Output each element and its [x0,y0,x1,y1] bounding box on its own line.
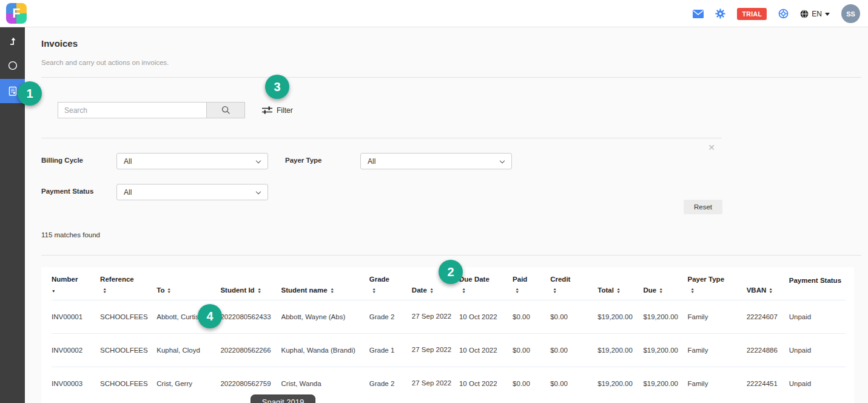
filter-toggle-label: Filter [277,106,293,115]
sort-icon: ▲▼ [258,288,261,293]
col-header-due[interactable]: Due▲▼ [643,267,687,300]
table-cell: 10 Oct 2022 [459,367,513,400]
search-button[interactable] [206,102,245,118]
select-value: All [124,157,132,166]
callout-badge-1: 1 [18,81,42,106]
table-cell: 27 Sep 2022 [412,300,459,333]
divider [41,77,861,78]
language-selector[interactable]: EN [800,10,830,18]
table-cell: 27 Sep 2022 [412,333,459,367]
col-header-label: Date [412,286,427,294]
table-cell: 10 Oct 2022 [459,300,513,333]
col-header-due-date[interactable]: Due Date▲▼ [459,267,513,300]
col-header-student-name[interactable]: Student name▲▼ [281,267,369,300]
table-cell: Unpaid [789,367,846,400]
mail-icon[interactable] [693,10,704,18]
table-cell: 22224451 [747,367,789,400]
trial-badge: TRIAL [737,8,767,20]
table-row[interactable]: INV00003SCHOOLFEESCrist, Gerry2022080562… [52,367,846,400]
sort-icon: ▲▼ [553,288,556,293]
table-cell: $19,200.00 [597,367,643,400]
table-cell: Family [688,300,747,333]
col-header-paid[interactable]: Paid▲▼ [513,267,550,300]
table-cell: $19,200.00 [643,333,687,367]
table-cell: $0.00 [513,300,550,333]
table-cell: $0.00 [513,367,550,400]
invoice-document-icon [8,86,18,97]
table-cell: Crist, Gerry [156,367,220,400]
sort-icon: ▲▼ [769,288,772,293]
col-header-total[interactable]: Total▲▼ [597,267,643,300]
filter-select-payment-status[interactable]: All [116,184,268,200]
sort-icon: ▲▼ [331,288,334,293]
table-cell: Unpaid [789,300,846,333]
chevron-down-icon [500,158,505,163]
col-header-label: Payer Type [688,274,743,285]
filter-field-label: Payment Status [41,188,93,195]
col-header-label: Paid [513,274,547,285]
table-cell: 10 Oct 2022 [459,333,513,367]
sort-icon: ▲▼ [617,288,620,293]
search-input[interactable] [58,102,206,118]
invoices-table-card: Number▼Reference▲▼To▲▼Student Id▲▼Studen… [41,267,854,403]
table-cell: $0.00 [550,367,597,400]
col-header-label: Total [597,286,614,294]
table-cell: $19,200.00 [643,300,687,333]
divider [41,138,722,138]
table-cell: INV00001 [52,300,100,333]
filter-toggle[interactable]: Filter [262,102,293,118]
col-header-payer-type[interactable]: Payer Type▲▼ [688,267,747,300]
callout-badge-4: 4 [198,304,222,328]
table-row[interactable]: INV00002SCHOOLFEESKuphal, Cloyd202208056… [52,333,846,367]
close-icon[interactable]: ✕ [706,142,717,153]
reset-button[interactable]: Reset [684,200,722,214]
select-value: All [124,188,132,197]
callout-badge-2: 2 [439,260,463,284]
table-cell: 22224886 [747,333,789,367]
sort-icon: ▲▼ [372,288,375,293]
col-header-to[interactable]: To▲▼ [156,267,220,300]
sort-icon: ▲▼ [167,288,170,293]
help-lifering-icon[interactable] [778,8,789,19]
circle-icon [8,61,18,70]
col-header-number[interactable]: Number▼ [52,267,100,300]
search-icon [221,106,230,115]
col-header-student-id[interactable]: Student Id▲▼ [220,267,281,300]
table-cell: $0.00 [550,300,597,333]
select-value: All [368,157,375,166]
col-header-label: Reference [100,274,153,285]
table-cell: Grade 2 [369,367,412,400]
col-header-reference[interactable]: Reference▲▼ [100,267,156,300]
sidebar-item-dashboard[interactable] [0,53,25,78]
col-header-grade[interactable]: Grade▲▼ [369,267,412,300]
chevron-down-icon [825,13,830,16]
chevron-down-icon [256,189,261,194]
sort-icon: ▲▼ [516,288,519,293]
gear-icon[interactable] [715,8,725,19]
filter-sliders-icon [262,106,272,114]
sort-desc-icon: ▼ [52,289,55,294]
filter-select-billing-cycle[interactable]: All [116,153,268,169]
table-cell: SCHOOLFEES [100,367,156,400]
table-cell: INV00003 [52,367,100,400]
table-cell: Abbott, Wayne (Abs) [281,300,369,333]
filter-field-label: Payer Type [285,157,322,164]
logo-letter: F [6,3,27,24]
callout-badge-3: 3 [265,75,289,99]
col-header-credit[interactable]: Credit▲▼ [550,267,597,300]
invoices-table: Number▼Reference▲▼To▲▼Student Id▲▼Studen… [52,267,846,400]
user-avatar[interactable]: SS [841,4,860,23]
table-cell: INV00002 [52,333,100,367]
top-bar: F [0,0,868,27]
sidebar-item-back[interactable] [0,29,25,53]
filter-select-payer-type[interactable]: All [360,153,512,169]
col-header-vban[interactable]: VBAN▲▼ [747,267,789,300]
col-header-label: Student name [281,286,328,294]
table-cell: Family [688,333,747,367]
app-logo[interactable]: F [6,3,27,24]
col-header-label: Student Id [220,286,254,294]
table-cell: Kuphal, Cloyd [156,333,220,367]
table-cell: Kuphal, Wanda (Brandi) [281,333,369,367]
table-cell: Grade 1 [369,333,412,367]
table-row[interactable]: INV00001SCHOOLFEESAbbott, Curtis20220805… [52,300,846,333]
